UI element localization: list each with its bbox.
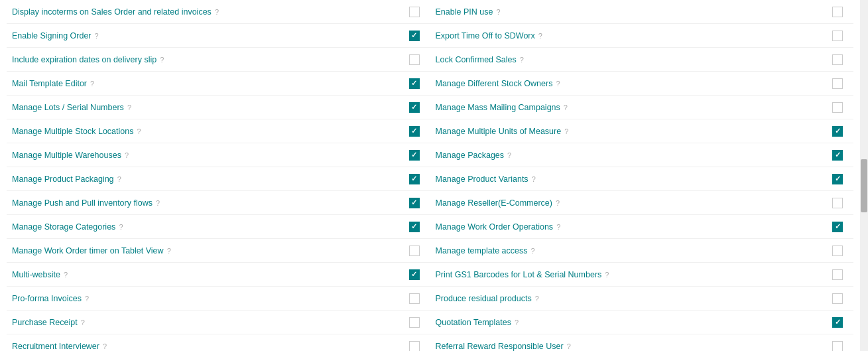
help-icon[interactable]: ? bbox=[101, 342, 107, 350]
page-wrapper: Display incoterms on Sales Order and rel… bbox=[0, 0, 868, 351]
checkbox[interactable] bbox=[409, 7, 420, 17]
help-icon[interactable]: ? bbox=[536, 32, 542, 40]
table-row[interactable]: Manage Multiple Units of Measure ? bbox=[430, 119, 854, 143]
table-row[interactable]: Quotation Templates ? bbox=[430, 311, 854, 334]
table-row[interactable]: Enable Signing Order ? bbox=[7, 24, 430, 48]
row-label: Pro-forma Invoices ? bbox=[12, 294, 404, 303]
checkbox[interactable] bbox=[409, 78, 420, 89]
row-label: Manage Packages ? bbox=[436, 151, 828, 160]
table-row[interactable]: Manage Different Stock Owners ? bbox=[430, 72, 854, 96]
table-row[interactable]: Export Time Off to SDWorx ? bbox=[430, 24, 854, 48]
help-icon[interactable]: ? bbox=[115, 175, 121, 183]
checkbox[interactable] bbox=[409, 246, 420, 256]
checkbox[interactable] bbox=[832, 198, 843, 208]
help-icon[interactable]: ? bbox=[565, 342, 571, 350]
table-row[interactable]: Display incoterms on Sales Order and rel… bbox=[7, 0, 430, 24]
help-icon[interactable]: ? bbox=[62, 271, 68, 279]
scrollbar[interactable] bbox=[860, 0, 868, 351]
checkbox-cell bbox=[404, 150, 425, 161]
help-icon[interactable]: ? bbox=[117, 223, 123, 231]
table-row[interactable]: Pro-forma Invoices ? bbox=[7, 287, 430, 311]
help-icon[interactable]: ? bbox=[603, 271, 609, 279]
table-row[interactable]: Recruitment Interviewer ? bbox=[7, 334, 430, 351]
checkbox[interactable] bbox=[832, 7, 843, 17]
checkbox[interactable] bbox=[832, 293, 843, 304]
table-row[interactable]: Manage Multiple Stock Locations ? bbox=[7, 119, 430, 143]
help-icon[interactable]: ? bbox=[554, 80, 560, 88]
table-row[interactable]: Referral Reward Responsible User ? bbox=[430, 334, 854, 351]
checkbox[interactable] bbox=[832, 341, 843, 352]
help-icon[interactable]: ? bbox=[154, 199, 160, 207]
checkbox[interactable] bbox=[409, 54, 420, 65]
help-icon[interactable]: ? bbox=[83, 295, 89, 303]
checkbox[interactable] bbox=[409, 317, 420, 328]
help-icon[interactable]: ? bbox=[533, 295, 539, 303]
checkbox[interactable] bbox=[832, 317, 843, 328]
table-row[interactable]: Manage Push and Pull inventory flows ? bbox=[7, 191, 430, 215]
help-icon[interactable]: ? bbox=[554, 223, 560, 231]
help-icon[interactable]: ? bbox=[513, 318, 519, 326]
table-row[interactable]: Manage Work Order Operations ? bbox=[430, 215, 854, 239]
help-icon[interactable]: ? bbox=[165, 247, 171, 255]
checkbox[interactable] bbox=[832, 126, 843, 137]
help-icon[interactable]: ? bbox=[88, 80, 94, 88]
table-row[interactable]: Lock Confirmed Sales ? bbox=[430, 48, 854, 72]
checkbox[interactable] bbox=[832, 269, 843, 280]
help-icon[interactable]: ? bbox=[494, 8, 500, 16]
checkbox[interactable] bbox=[409, 269, 420, 280]
help-icon[interactable]: ? bbox=[125, 104, 131, 111]
checkbox[interactable] bbox=[409, 102, 420, 113]
checkbox-cell bbox=[827, 31, 848, 41]
checkbox[interactable] bbox=[832, 222, 843, 232]
help-icon[interactable]: ? bbox=[562, 127, 568, 135]
help-icon[interactable]: ? bbox=[93, 32, 99, 40]
scrollbar-thumb[interactable] bbox=[861, 159, 867, 212]
help-icon[interactable]: ? bbox=[123, 151, 129, 159]
help-icon[interactable]: ? bbox=[505, 151, 511, 159]
table-row[interactable]: Manage Mass Mailing Campaigns ? bbox=[430, 96, 854, 119]
help-icon[interactable]: ? bbox=[135, 127, 141, 135]
table-row[interactable]: Manage Reseller(E-Commerce) ? bbox=[430, 191, 854, 215]
checkbox[interactable] bbox=[832, 174, 843, 184]
checkbox[interactable] bbox=[832, 31, 843, 41]
checkbox[interactable] bbox=[409, 150, 420, 161]
table-row[interactable]: Include expiration dates on delivery sli… bbox=[7, 48, 430, 72]
table-row[interactable]: Manage Product Variants ? bbox=[430, 167, 854, 191]
help-icon[interactable]: ? bbox=[528, 247, 534, 255]
table-row[interactable]: Multi-website ? bbox=[7, 263, 430, 287]
checkbox[interactable] bbox=[832, 78, 843, 89]
checkbox[interactable] bbox=[409, 341, 420, 352]
help-icon[interactable]: ? bbox=[158, 56, 164, 64]
table-row[interactable]: Manage Lots / Serial Numbers ? bbox=[7, 96, 430, 119]
help-icon[interactable]: ? bbox=[554, 199, 560, 207]
checkbox[interactable] bbox=[409, 31, 420, 41]
table-row[interactable]: Manage Packages ? bbox=[430, 143, 854, 167]
checkbox[interactable] bbox=[832, 150, 843, 161]
table-row[interactable]: Mail Template Editor ? bbox=[7, 72, 430, 96]
table-row[interactable]: Manage Work Order timer on Tablet View ? bbox=[7, 239, 430, 263]
row-label: Recruitment Interviewer ? bbox=[12, 342, 404, 351]
checkbox[interactable] bbox=[832, 54, 843, 65]
table-row[interactable]: Manage Product Packaging ? bbox=[7, 167, 430, 191]
table-row[interactable]: Manage template access ? bbox=[430, 239, 854, 263]
settings-content[interactable]: Display incoterms on Sales Order and rel… bbox=[0, 0, 860, 351]
table-row[interactable]: Print GS1 Barcodes for Lot & Serial Numb… bbox=[430, 263, 854, 287]
checkbox[interactable] bbox=[409, 174, 420, 184]
help-icon[interactable]: ? bbox=[79, 318, 85, 326]
checkbox[interactable] bbox=[409, 293, 420, 304]
row-label: Manage template access ? bbox=[436, 246, 828, 255]
table-row[interactable]: Produce residual products ? bbox=[430, 287, 854, 311]
help-icon[interactable]: ? bbox=[213, 8, 219, 16]
table-row[interactable]: Manage Multiple Warehouses ? bbox=[7, 143, 430, 167]
table-row[interactable]: Manage Storage Categories ? bbox=[7, 215, 430, 239]
help-icon[interactable]: ? bbox=[530, 175, 536, 183]
help-icon[interactable]: ? bbox=[562, 104, 568, 111]
checkbox[interactable] bbox=[409, 222, 420, 232]
checkbox[interactable] bbox=[409, 126, 420, 137]
checkbox[interactable] bbox=[832, 246, 843, 256]
help-icon[interactable]: ? bbox=[518, 56, 524, 64]
table-row[interactable]: Purchase Receipt ? bbox=[7, 311, 430, 334]
checkbox[interactable] bbox=[832, 102, 843, 113]
checkbox[interactable] bbox=[409, 198, 420, 208]
table-row[interactable]: Enable PIN use ? bbox=[430, 0, 854, 24]
